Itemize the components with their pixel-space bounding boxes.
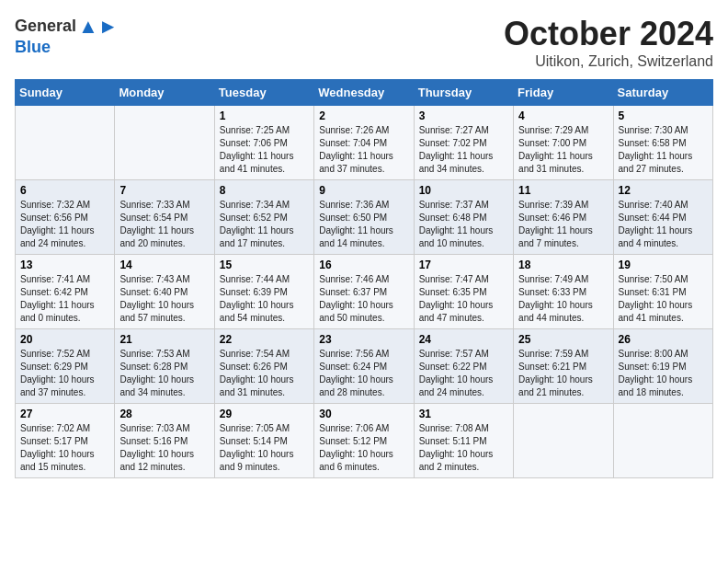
- logo-text-blue: Blue: [15, 39, 119, 57]
- day-number: 12: [619, 184, 708, 197]
- day-info: Sunrise: 7:02 AMSunset: 5:17 PMDaylight:…: [20, 422, 109, 474]
- day-number: 8: [220, 184, 309, 197]
- day-info: Sunrise: 7:03 AMSunset: 5:16 PMDaylight:…: [119, 422, 209, 474]
- day-number: 13: [20, 259, 109, 271]
- calendar-cell: 11Sunrise: 7:39 AMSunset: 6:46 PMDayligh…: [514, 180, 613, 255]
- calendar-cell: 15Sunrise: 7:44 AMSunset: 6:39 PMDayligh…: [214, 255, 313, 329]
- day-number: 21: [119, 333, 209, 346]
- day-info: Sunrise: 7:29 AMSunset: 7:00 PMDaylight:…: [518, 124, 608, 176]
- calendar-cell: 13Sunrise: 7:41 AMSunset: 6:42 PMDayligh…: [16, 255, 115, 329]
- day-info: Sunrise: 7:47 AMSunset: 6:35 PMDaylight:…: [419, 273, 508, 325]
- calendar-cell: 3Sunrise: 7:27 AMSunset: 7:02 PMDaylight…: [414, 106, 513, 180]
- page-header: General ▲► Blue October 2024 Uitikon, Zu…: [15, 15, 713, 70]
- calendar-cell: 16Sunrise: 7:46 AMSunset: 6:37 PMDayligh…: [314, 255, 414, 329]
- calendar-cell: 12Sunrise: 7:40 AMSunset: 6:44 PMDayligh…: [613, 180, 712, 255]
- month-title: October 2024: [504, 15, 713, 53]
- calendar-cell: 2Sunrise: 7:26 AMSunset: 7:04 PMDaylight…: [314, 106, 414, 180]
- weekday-header-monday: Monday: [115, 80, 214, 106]
- calendar-cell: 14Sunrise: 7:43 AMSunset: 6:40 PMDayligh…: [115, 255, 214, 329]
- calendar-cell: [115, 106, 214, 180]
- day-info: Sunrise: 7:46 AMSunset: 6:37 PMDaylight:…: [319, 273, 408, 325]
- logo-text-general: General: [15, 17, 76, 36]
- calendar-cell: 30Sunrise: 7:06 AMSunset: 5:12 PMDayligh…: [314, 404, 414, 478]
- weekday-header-sunday: Sunday: [16, 80, 115, 106]
- day-info: Sunrise: 7:49 AMSunset: 6:33 PMDaylight:…: [518, 273, 608, 325]
- day-info: Sunrise: 7:06 AMSunset: 5:12 PMDaylight:…: [319, 422, 408, 474]
- calendar-cell: 5Sunrise: 7:30 AMSunset: 6:58 PMDaylight…: [613, 106, 712, 180]
- day-number: 23: [319, 333, 408, 346]
- weekday-header-row: SundayMondayTuesdayWednesdayThursdayFrid…: [16, 80, 713, 106]
- day-info: Sunrise: 7:34 AMSunset: 6:52 PMDaylight:…: [220, 199, 309, 250]
- day-number: 3: [419, 109, 508, 122]
- calendar-cell: 6Sunrise: 7:32 AMSunset: 6:56 PMDaylight…: [16, 180, 115, 255]
- day-info: Sunrise: 7:56 AMSunset: 6:24 PMDaylight:…: [319, 348, 408, 399]
- calendar-cell: 29Sunrise: 7:05 AMSunset: 5:14 PMDayligh…: [214, 404, 313, 478]
- day-number: 1: [220, 109, 309, 122]
- day-info: Sunrise: 7:53 AMSunset: 6:28 PMDaylight:…: [119, 348, 209, 399]
- day-info: Sunrise: 7:39 AMSunset: 6:46 PMDaylight:…: [518, 199, 608, 250]
- calendar-cell: 19Sunrise: 7:50 AMSunset: 6:31 PMDayligh…: [613, 255, 712, 329]
- calendar-cell: 10Sunrise: 7:37 AMSunset: 6:48 PMDayligh…: [414, 180, 513, 255]
- weekday-header-friday: Friday: [514, 80, 613, 106]
- day-info: Sunrise: 7:26 AMSunset: 7:04 PMDaylight:…: [319, 124, 408, 176]
- calendar-cell: 17Sunrise: 7:47 AMSunset: 6:35 PMDayligh…: [414, 255, 513, 329]
- day-number: 16: [319, 259, 408, 271]
- title-section: October 2024 Uitikon, Zurich, Switzerlan…: [504, 15, 713, 70]
- day-info: Sunrise: 7:36 AMSunset: 6:50 PMDaylight:…: [319, 199, 408, 250]
- calendar-cell: 23Sunrise: 7:56 AMSunset: 6:24 PMDayligh…: [314, 329, 414, 404]
- day-number: 24: [419, 333, 508, 346]
- calendar-cell: 28Sunrise: 7:03 AMSunset: 5:16 PMDayligh…: [115, 404, 214, 478]
- logo-bird-icon: ▲►: [78, 15, 119, 39]
- day-info: Sunrise: 7:50 AMSunset: 6:31 PMDaylight:…: [619, 273, 708, 325]
- day-info: Sunrise: 8:00 AMSunset: 6:19 PMDaylight:…: [619, 348, 708, 399]
- day-info: Sunrise: 7:40 AMSunset: 6:44 PMDaylight:…: [619, 199, 708, 250]
- logo: General ▲► Blue: [15, 15, 119, 57]
- day-number: 15: [220, 259, 309, 271]
- calendar-cell: 18Sunrise: 7:49 AMSunset: 6:33 PMDayligh…: [514, 255, 613, 329]
- day-number: 29: [220, 408, 309, 420]
- day-number: 31: [419, 408, 508, 420]
- calendar-cell: 21Sunrise: 7:53 AMSunset: 6:28 PMDayligh…: [115, 329, 214, 404]
- day-number: 19: [619, 259, 708, 271]
- day-info: Sunrise: 7:57 AMSunset: 6:22 PMDaylight:…: [419, 348, 508, 399]
- location-title: Uitikon, Zurich, Switzerland: [504, 53, 713, 70]
- day-info: Sunrise: 7:37 AMSunset: 6:48 PMDaylight:…: [419, 199, 508, 250]
- calendar-cell: 1Sunrise: 7:25 AMSunset: 7:06 PMDaylight…: [214, 106, 313, 180]
- day-info: Sunrise: 7:52 AMSunset: 6:29 PMDaylight:…: [20, 348, 109, 399]
- day-info: Sunrise: 7:32 AMSunset: 6:56 PMDaylight:…: [20, 199, 109, 250]
- calendar-cell: 20Sunrise: 7:52 AMSunset: 6:29 PMDayligh…: [16, 329, 115, 404]
- day-number: 6: [20, 184, 109, 197]
- day-number: 11: [518, 184, 608, 197]
- day-number: 22: [220, 333, 309, 346]
- day-number: 28: [119, 408, 209, 420]
- day-number: 7: [119, 184, 209, 197]
- day-info: Sunrise: 7:59 AMSunset: 6:21 PMDaylight:…: [518, 348, 608, 399]
- day-info: Sunrise: 7:27 AMSunset: 7:02 PMDaylight:…: [419, 124, 508, 176]
- day-number: 2: [319, 109, 408, 122]
- calendar-cell: 27Sunrise: 7:02 AMSunset: 5:17 PMDayligh…: [16, 404, 115, 478]
- calendar-table: SundayMondayTuesdayWednesdayThursdayFrid…: [15, 79, 713, 478]
- day-number: 10: [419, 184, 508, 197]
- day-info: Sunrise: 7:30 AMSunset: 6:58 PMDaylight:…: [619, 124, 708, 176]
- calendar-cell: [16, 106, 115, 180]
- day-info: Sunrise: 7:43 AMSunset: 6:40 PMDaylight:…: [119, 273, 209, 325]
- calendar-week-row: 6Sunrise: 7:32 AMSunset: 6:56 PMDaylight…: [16, 180, 713, 255]
- calendar-cell: 8Sunrise: 7:34 AMSunset: 6:52 PMDaylight…: [214, 180, 313, 255]
- calendar-cell: 4Sunrise: 7:29 AMSunset: 7:00 PMDaylight…: [514, 106, 613, 180]
- calendar-cell: 24Sunrise: 7:57 AMSunset: 6:22 PMDayligh…: [414, 329, 513, 404]
- calendar-cell: [613, 404, 712, 478]
- calendar-cell: 25Sunrise: 7:59 AMSunset: 6:21 PMDayligh…: [514, 329, 613, 404]
- calendar-cell: 31Sunrise: 7:08 AMSunset: 5:11 PMDayligh…: [414, 404, 513, 478]
- weekday-header-wednesday: Wednesday: [314, 80, 414, 106]
- calendar-cell: 22Sunrise: 7:54 AMSunset: 6:26 PMDayligh…: [214, 329, 313, 404]
- day-info: Sunrise: 7:08 AMSunset: 5:11 PMDaylight:…: [419, 422, 508, 474]
- day-info: Sunrise: 7:54 AMSunset: 6:26 PMDaylight:…: [220, 348, 309, 399]
- day-number: 26: [619, 333, 708, 346]
- calendar-cell: 7Sunrise: 7:33 AMSunset: 6:54 PMDaylight…: [115, 180, 214, 255]
- day-number: 14: [119, 259, 209, 271]
- day-number: 25: [518, 333, 608, 346]
- day-number: 4: [518, 109, 608, 122]
- day-number: 30: [319, 408, 408, 420]
- calendar-cell: 9Sunrise: 7:36 AMSunset: 6:50 PMDaylight…: [314, 180, 414, 255]
- day-number: 18: [518, 259, 608, 271]
